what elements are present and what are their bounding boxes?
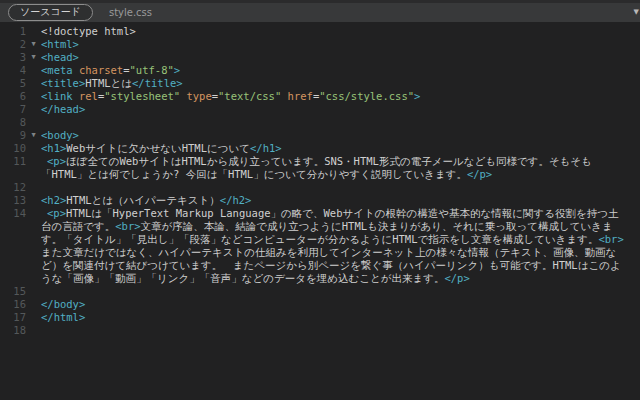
line-number bbox=[0, 233, 26, 246]
code-line[interactable]: 14<p>HTMLは「HyperText Markup Language」の略で… bbox=[0, 207, 640, 220]
code-line[interactable]: 4<meta charset="utf-8"> bbox=[0, 64, 640, 77]
fold-spacer bbox=[26, 246, 41, 259]
code-line[interactable]: 1<!doctype html> bbox=[0, 25, 640, 38]
code-line[interactable]: 「HTML」とは何でしょうか? 今回は「HTML」について分かりやすく説明してい… bbox=[0, 168, 640, 181]
line-number: 1 bbox=[0, 25, 26, 38]
code-line[interactable]: 15 bbox=[0, 285, 640, 298]
code-text: <body> bbox=[41, 129, 640, 142]
code-segment: > bbox=[414, 90, 420, 102]
code-segment: </body> bbox=[41, 298, 85, 310]
code-line[interactable]: また文章だけではなく、ハイパーテキストの仕組みを利用してインターネット上の様々な… bbox=[0, 246, 640, 259]
fold-spacer bbox=[26, 103, 41, 116]
code-text: <title>HTMLとは</title> bbox=[41, 77, 640, 90]
code-text: <html> bbox=[41, 38, 640, 51]
code-text: ど）を関連付けて結びつけています。 またページから別ページを繋ぐ事（ハイパーリン… bbox=[41, 259, 640, 272]
fold-spacer bbox=[26, 25, 41, 38]
line-number: 5 bbox=[0, 77, 26, 90]
code-segment: "css/style.css" bbox=[319, 90, 414, 102]
line-number: 18 bbox=[0, 324, 26, 337]
fold-spacer bbox=[26, 90, 41, 103]
line-number: 10 bbox=[0, 142, 26, 155]
tab-style-css[interactable]: style.css bbox=[109, 7, 152, 19]
line-number bbox=[0, 246, 26, 259]
code-text bbox=[41, 324, 640, 337]
line-number: 9 bbox=[0, 129, 26, 142]
code-text: <head> bbox=[41, 51, 640, 64]
code-text: <!doctype html> bbox=[41, 25, 640, 38]
code-line[interactable]: 8 bbox=[0, 116, 640, 129]
code-segment: </p> bbox=[467, 168, 492, 180]
code-segment: 「HTML」とは何でしょうか? 今回は「HTML」について分かりやすく説明してい… bbox=[41, 168, 467, 180]
line-number bbox=[0, 220, 26, 233]
code-text bbox=[41, 285, 640, 298]
code-segment: <title> bbox=[41, 77, 85, 89]
code-text: <h1>Webサイトに欠かせないHTMLについて</h1> bbox=[41, 142, 640, 155]
code-line[interactable]: 5<title>HTMLとは</title> bbox=[0, 77, 640, 90]
line-number: 17 bbox=[0, 311, 26, 324]
code-text: <meta charset="utf-8"> bbox=[41, 64, 640, 77]
fold-spacer bbox=[26, 64, 41, 77]
code-line[interactable]: 3▼<head> bbox=[0, 51, 640, 64]
code-editor-window: ソースコード style.css ▼ 1<!doctype html>2▼<ht… bbox=[0, 0, 640, 400]
code-line[interactable]: 9▼<body> bbox=[0, 129, 640, 142]
code-segment: href bbox=[288, 90, 313, 102]
code-line[interactable]: 台の言語です。<br>文章が序論、本論、結論で成り立つようにHTMLも決まりがあ… bbox=[0, 220, 640, 233]
fold-arrow-icon[interactable]: ▼ bbox=[26, 129, 41, 142]
code-text: </body> bbox=[41, 298, 640, 311]
code-line[interactable]: 13<h2>HTMLとは（ハイパーテキスト）</h2> bbox=[0, 194, 640, 207]
code-segment: <body> bbox=[41, 129, 79, 141]
tab-bar: ソースコード style.css ▼ bbox=[0, 3, 640, 22]
code-editor[interactable]: 1<!doctype html>2▼<html>3▼<head>4<meta c… bbox=[0, 22, 640, 337]
line-number: 3 bbox=[0, 51, 26, 64]
code-text: <link rel="stylesheet" type="text/css" h… bbox=[41, 90, 640, 103]
code-line[interactable]: 6<link rel="stylesheet" type="text/css" … bbox=[0, 90, 640, 103]
code-line[interactable]: 16</body> bbox=[0, 298, 640, 311]
code-text: <p>ほぼ全てのWebサイトはHTMLから成り立っています。SNS・HTML形式… bbox=[41, 155, 640, 168]
line-number: 15 bbox=[0, 285, 26, 298]
code-text bbox=[41, 181, 640, 194]
line-number: 12 bbox=[0, 181, 26, 194]
fold-arrow-icon[interactable]: ▼ bbox=[26, 38, 41, 51]
code-line[interactable]: す。「タイトル」「見出し」「段落」などコンピューターが分かるようにHTMLで指示… bbox=[0, 233, 640, 246]
code-segment: Webサイトに欠かせないHTMLについて bbox=[66, 142, 250, 154]
code-segment: HTMLとは bbox=[85, 77, 132, 89]
code-segment: "stylesheet" bbox=[104, 90, 180, 102]
code-line[interactable]: 10<h1>Webサイトに欠かせないHTMLについて</h1> bbox=[0, 142, 640, 155]
fold-spacer bbox=[26, 311, 41, 324]
line-number: 4 bbox=[0, 64, 26, 77]
fold-spacer bbox=[26, 285, 41, 298]
code-segment: > bbox=[174, 64, 180, 76]
line-number bbox=[0, 272, 26, 285]
fold-spacer bbox=[26, 77, 41, 90]
code-line[interactable]: 18 bbox=[0, 324, 640, 337]
chevron-down-icon[interactable]: ▼ bbox=[634, 8, 639, 16]
tab-source-code[interactable]: ソースコード bbox=[8, 4, 93, 21]
code-line[interactable]: 7</head> bbox=[0, 103, 640, 116]
tab-style-css-label: style.css bbox=[109, 7, 152, 18]
fold-spacer bbox=[26, 259, 41, 272]
line-number: 11 bbox=[0, 155, 26, 168]
code-segment: "utf-8" bbox=[130, 64, 174, 76]
code-segment: ほぼ全てのWebサイトはHTMLから成り立っています。SNS・HTML形式の電子… bbox=[66, 155, 592, 167]
code-segment: HTMLは「HyperText Markup Language」の略で、Webサ… bbox=[66, 207, 618, 219]
code-line[interactable]: ど）を関連付けて結びつけています。 またページから別ページを繋ぐ事（ハイパーリン… bbox=[0, 259, 640, 272]
fold-spacer bbox=[26, 194, 41, 207]
fold-arrow-icon[interactable]: ▼ bbox=[26, 51, 41, 64]
code-line[interactable]: うな「画像」「動画」「リンク」「音声」などのデータを埋め込むことが出来ます。</… bbox=[0, 272, 640, 285]
line-number: 16 bbox=[0, 298, 26, 311]
fold-spacer bbox=[26, 272, 41, 285]
line-number: 14 bbox=[0, 207, 26, 220]
code-line[interactable]: 17</html> bbox=[0, 311, 640, 324]
code-line[interactable]: 12 bbox=[0, 181, 640, 194]
code-segment: <p> bbox=[47, 207, 66, 219]
code-segment: <meta bbox=[41, 64, 73, 76]
code-segment: <br> bbox=[598, 233, 623, 245]
code-line[interactable]: 2▼<html> bbox=[0, 38, 640, 51]
code-segment: うな「画像」「動画」「リンク」「音声」などのデータを埋め込むことが出来ます。 bbox=[41, 272, 444, 284]
code-line[interactable]: 11<p>ほぼ全てのWebサイトはHTMLから成り立っています。SNS・HTML… bbox=[0, 155, 640, 168]
code-segment: </p> bbox=[444, 272, 469, 284]
fold-spacer bbox=[26, 181, 41, 194]
line-number bbox=[0, 168, 26, 181]
code-segment: "text/css" bbox=[218, 90, 281, 102]
code-segment: 文章が序論、本論、結論で成り立つようにHTMLも決まりがあり、それに乗っ取って構… bbox=[141, 220, 613, 232]
